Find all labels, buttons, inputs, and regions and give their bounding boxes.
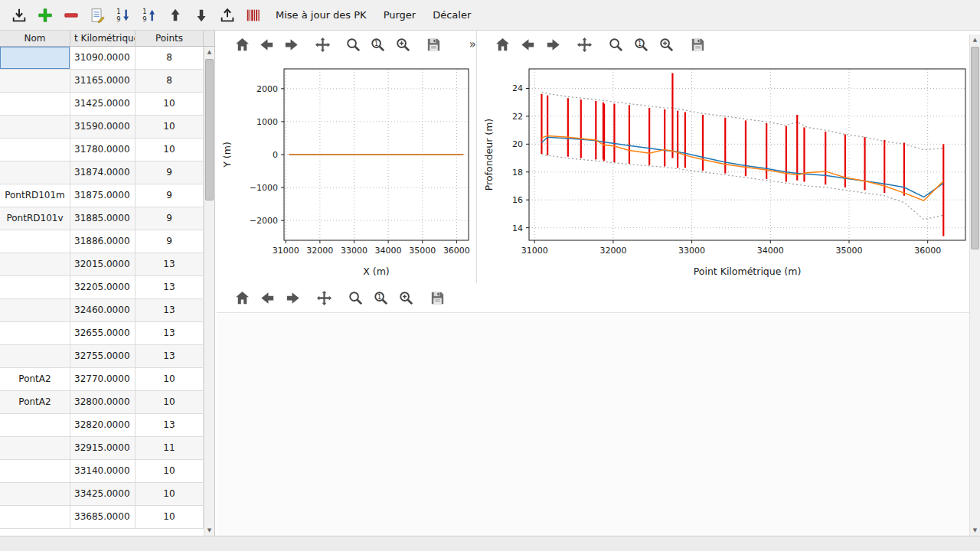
zoom-one-button[interactable]: 1 [366, 33, 390, 56]
back-button[interactable] [515, 33, 541, 56]
pan-button[interactable] [312, 287, 337, 310]
column-header-0[interactable]: Nom [0, 31, 70, 46]
table-row[interactable]: 32755.000013 [0, 345, 214, 368]
table-cell[interactable]: 32755.0000 [70, 345, 136, 368]
barcode-button[interactable] [240, 3, 266, 28]
table-row[interactable]: 31874.00009 [0, 161, 214, 184]
edit-button[interactable] [84, 3, 110, 28]
horizontal-scrollbar[interactable] [0, 536, 980, 551]
table-cell[interactable]: 10 [136, 460, 204, 483]
table-cell[interactable]: 33425.0000 [70, 483, 136, 506]
table-cell[interactable]: 13 [136, 276, 204, 299]
back-button[interactable] [254, 33, 279, 56]
zoom-button[interactable] [603, 33, 629, 56]
table-cell[interactable]: 9 [136, 207, 204, 230]
profile-plot-canvas[interactable]: 3100032000330003400035000360001416182022… [477, 58, 970, 283]
forward-button[interactable] [541, 33, 566, 56]
zoom-rect-button[interactable] [390, 33, 415, 56]
scroll-up-icon[interactable]: ▲ [204, 47, 214, 57]
table-cell[interactable] [0, 47, 70, 70]
add-row-button[interactable] [32, 3, 58, 28]
table-cell[interactable] [0, 93, 70, 116]
table-cell[interactable]: 31875.0000 [70, 184, 136, 207]
home-button[interactable] [230, 33, 254, 56]
table-cell[interactable]: 31780.0000 [70, 139, 136, 161]
table-cell[interactable]: 31090.0000 [70, 47, 136, 70]
table-cell[interactable]: 10 [136, 506, 204, 529]
table-row[interactable]: 33685.000010 [0, 506, 214, 529]
table-cell[interactable] [0, 299, 70, 322]
scroll-down-icon[interactable]: ▼ [970, 525, 980, 536]
save-button[interactable] [685, 33, 710, 56]
scroll-down-icon[interactable]: ▼ [204, 525, 214, 536]
table-row[interactable]: 32820.000013 [0, 414, 214, 437]
table-row[interactable]: 32915.000011 [0, 437, 214, 460]
zoom-one-button[interactable]: 1 [629, 33, 654, 56]
table-row[interactable]: 33140.000010 [0, 460, 214, 483]
decaler-button[interactable]: Décaler [425, 5, 479, 25]
table-cell[interactable]: 10 [136, 483, 204, 506]
zoom-rect-button[interactable] [394, 287, 419, 310]
table-row[interactable]: PontRD101v31885.00009 [0, 207, 214, 230]
table-cell[interactable]: 10 [136, 391, 204, 414]
table-cell[interactable]: 32460.0000 [70, 299, 136, 322]
table-cell[interactable]: 9 [136, 230, 204, 253]
table-cell[interactable]: 9 [136, 184, 204, 207]
table-cell[interactable]: 9 [136, 161, 204, 184]
remove-row-button[interactable] [58, 3, 84, 28]
table-row[interactable]: 31425.000010 [0, 93, 214, 116]
zoom-button[interactable] [343, 287, 368, 310]
xy-plot-canvas[interactable]: 310003200033000340003500036000−2000−1000… [217, 58, 476, 283]
table-cell[interactable]: 13 [136, 345, 204, 368]
table-row[interactable]: 32015.000013 [0, 253, 214, 276]
zoom-button[interactable] [341, 33, 365, 56]
table-cell[interactable] [0, 460, 70, 483]
table-row[interactable]: 32460.000013 [0, 299, 214, 322]
table-cell[interactable]: 32915.0000 [70, 437, 136, 460]
table-cell[interactable] [0, 414, 70, 437]
table-cell[interactable]: PontA2 [0, 391, 70, 414]
table-cell[interactable]: 8 [136, 47, 204, 70]
table-row[interactable]: 31090.00008 [0, 47, 214, 70]
table-cell[interactable]: PontRD101m [0, 184, 70, 207]
table-cell[interactable] [0, 116, 70, 139]
table-cell[interactable]: 32770.0000 [70, 368, 136, 391]
table-cell[interactable]: 10 [136, 116, 204, 139]
column-header-2[interactable]: Points [136, 31, 204, 46]
table-cell[interactable]: 33685.0000 [70, 506, 136, 529]
table-row[interactable]: 31886.00009 [0, 230, 214, 253]
table-row[interactable]: 32205.000013 [0, 276, 214, 299]
table-cell[interactable]: 31885.0000 [70, 207, 136, 230]
table-row[interactable]: PontRD101m31875.00009 [0, 184, 214, 207]
export-button[interactable] [214, 3, 240, 28]
table-cell[interactable]: 10 [136, 93, 204, 116]
table-cell[interactable]: 31165.0000 [70, 70, 136, 93]
table-cell[interactable]: 13 [136, 322, 204, 345]
forward-button[interactable] [279, 33, 304, 56]
home-button[interactable] [230, 287, 255, 310]
plots-scrollbar[interactable]: ▲ ▼ [969, 34, 980, 536]
table-cell[interactable] [0, 70, 70, 93]
back-button[interactable] [255, 287, 280, 310]
table-cell[interactable] [0, 506, 70, 529]
sort-descending-button[interactable]: 19 [110, 3, 136, 28]
zoom-rect-button[interactable] [654, 33, 679, 56]
table-cell[interactable]: PontA2 [0, 368, 70, 391]
table-cell[interactable]: 32015.0000 [70, 253, 136, 276]
table-row[interactable]: 31780.000010 [0, 139, 214, 161]
scrollbar-thumb[interactable] [205, 59, 214, 201]
table-cell[interactable]: 11 [136, 437, 204, 460]
move-up-button[interactable] [162, 3, 188, 28]
save-button[interactable] [421, 33, 446, 56]
scrollbar-thumb[interactable] [971, 47, 979, 249]
table-cell[interactable]: 31874.0000 [70, 161, 136, 184]
toolbar-overflow-button[interactable]: » [469, 37, 476, 51]
table-cell[interactable]: 32205.0000 [70, 276, 136, 299]
pan-button[interactable] [572, 33, 597, 56]
table-row[interactable]: 33425.000010 [0, 483, 214, 506]
table-cell[interactable]: 33140.0000 [70, 460, 136, 483]
table-cell[interactable]: 31425.0000 [70, 93, 136, 116]
table-cell[interactable] [0, 253, 70, 276]
table-scrollbar[interactable]: ▲ ▼ [204, 47, 214, 536]
import-button[interactable] [6, 3, 32, 28]
